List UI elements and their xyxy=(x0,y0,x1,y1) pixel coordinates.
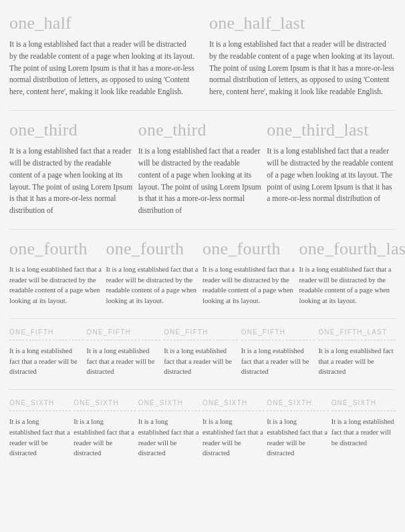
col-third-3: one_third_last It is a long established … xyxy=(267,120,396,217)
fifth-title-3: ONE_FIFTH xyxy=(164,328,238,336)
col-fourth-2: one_fourth It is a long established fact… xyxy=(106,239,203,306)
fifth-divider-3 xyxy=(164,340,238,340)
sixth-title-3: ONE_SIXTH xyxy=(138,399,200,407)
fourth-text-2: It is a long established fact that a rea… xyxy=(106,264,199,306)
fourth-section: one_fourth It is a long established fact… xyxy=(9,239,396,306)
third-row: one_third It is a long established fact … xyxy=(9,120,396,217)
fifth-text-5: It is a long established fact that a rea… xyxy=(318,346,396,377)
half-text-2: It is a long established fact that a rea… xyxy=(209,39,396,98)
col-fourth-1: one_fourth It is a long established fact… xyxy=(9,239,106,306)
third-title-2: one_third xyxy=(138,120,262,140)
sixth-section: ONE_SIXTH It is a long established fact … xyxy=(9,399,396,459)
fifth-text-4: It is a long established fact that a rea… xyxy=(241,346,315,377)
fifth-row: ONE_FIFTH It is a long established fact … xyxy=(9,328,396,377)
fifth-section: ONE_FIFTH It is a long established fact … xyxy=(9,328,396,377)
third-section: one_third It is a long established fact … xyxy=(9,120,396,217)
fifth-divider-5 xyxy=(318,340,396,340)
third-title-1: one_third xyxy=(9,120,133,140)
divider-4 xyxy=(9,389,396,390)
sixth-title-4: ONE_SIXTH xyxy=(202,399,264,407)
third-title-3: one_third_last xyxy=(267,120,396,140)
col-third-1: one_third It is a long established fact … xyxy=(9,120,138,217)
col-sixth-3: ONE_SIXTH It is a long established fact … xyxy=(138,399,202,459)
sixth-divider-3 xyxy=(138,411,200,411)
sixth-text-5: It is a long established fact that a rea… xyxy=(267,417,328,459)
divider-1 xyxy=(9,110,396,111)
sixth-title-2: ONE_SIXTH xyxy=(74,399,135,407)
col-fifth-1: ONE_FIFTH It is a long established fact … xyxy=(9,328,87,377)
col-half-2: one_half_last It is a long established f… xyxy=(202,13,396,98)
half-title-1: one_half xyxy=(9,13,196,33)
col-third-2: one_third It is a long established fact … xyxy=(138,120,267,217)
sixth-divider-4 xyxy=(202,411,264,411)
fourth-title-4: one_fourth_last xyxy=(299,239,396,259)
fourth-title-1: one_fourth xyxy=(9,239,102,259)
sixth-title-5: ONE_SIXTH xyxy=(267,399,328,407)
sixth-text-3: It is a long established fact that a rea… xyxy=(138,417,200,459)
half-text-1: It is a long established fact that a rea… xyxy=(9,39,196,98)
third-text-1: It is a long established fact that a rea… xyxy=(9,146,133,217)
fourth-title-2: one_fourth xyxy=(106,239,199,259)
col-sixth-1: ONE_SIXTH It is a long established fact … xyxy=(9,399,74,459)
sixth-divider-2 xyxy=(74,411,135,411)
fourth-text-1: It is a long established fact that a rea… xyxy=(9,264,102,306)
sixth-title-6: ONE_SIXTH xyxy=(331,399,396,407)
divider-3 xyxy=(9,318,396,319)
col-fifth-3: ONE_FIFTH It is a long established fact … xyxy=(164,328,241,377)
half-row: one_half It is a long established fact t… xyxy=(9,13,396,98)
col-fifth-2: ONE_FIFTH It is a long established fact … xyxy=(87,328,164,377)
col-sixth-2: ONE_SIXTH It is a long established fact … xyxy=(74,399,138,459)
fifth-title-2: ONE_FIFTH xyxy=(87,328,161,336)
fifth-divider-4 xyxy=(241,340,315,340)
sixth-divider-5 xyxy=(267,411,328,411)
divider-2 xyxy=(9,229,396,230)
fourth-title-3: one_fourth xyxy=(202,239,295,259)
sixth-text-6: It is a long established fact that a rea… xyxy=(331,417,396,448)
fifth-title-1: ONE_FIFTH xyxy=(9,328,84,336)
col-fourth-3: one_fourth It is a long established fact… xyxy=(202,239,299,306)
fifth-title-4: ONE_FIFTH xyxy=(241,328,315,336)
half-title-2: one_half_last xyxy=(209,13,396,33)
sixth-text-4: It is a long established fact that a rea… xyxy=(202,417,264,459)
fifth-divider-1 xyxy=(9,340,84,340)
fourth-row: one_fourth It is a long established fact… xyxy=(9,239,396,306)
col-sixth-6: ONE_SIXTH It is a long established fact … xyxy=(331,399,396,459)
col-fifth-5: ONE_FIFTH_LAST It is a long established … xyxy=(318,328,396,377)
col-fourth-4: one_fourth_last It is a long established… xyxy=(299,239,396,306)
fifth-text-3: It is a long established fact that a rea… xyxy=(164,346,238,377)
sixth-row: ONE_SIXTH It is a long established fact … xyxy=(9,399,396,459)
sixth-divider-6 xyxy=(331,411,396,411)
third-text-2: It is a long established fact that a rea… xyxy=(138,146,262,217)
col-half-1: one_half It is a long established fact t… xyxy=(9,13,202,98)
half-section: one_half It is a long established fact t… xyxy=(9,13,396,98)
col-sixth-4: ONE_SIXTH It is a long established fact … xyxy=(202,399,267,459)
page: one_half It is a long established fact t… xyxy=(0,0,405,484)
fifth-text-2: It is a long established fact that a rea… xyxy=(87,346,161,377)
sixth-text-2: It is a long established fact that a rea… xyxy=(74,417,135,459)
fourth-text-3: It is a long established fact that a rea… xyxy=(202,264,295,306)
fifth-divider-2 xyxy=(87,340,161,340)
fourth-text-4: It is a long established fact that a rea… xyxy=(299,264,396,306)
fifth-text-1: It is a long established fact that a rea… xyxy=(9,346,84,377)
sixth-title-1: ONE_SIXTH xyxy=(9,399,71,407)
third-text-3: It is a long established fact that a rea… xyxy=(267,146,396,205)
sixth-divider-1 xyxy=(9,411,71,411)
col-sixth-5: ONE_SIXTH It is a long established fact … xyxy=(267,399,331,459)
fifth-title-5: ONE_FIFTH_LAST xyxy=(318,328,396,336)
sixth-text-1: It is a long established fact that a rea… xyxy=(9,417,71,459)
col-fifth-4: ONE_FIFTH It is a long established fact … xyxy=(241,328,319,377)
